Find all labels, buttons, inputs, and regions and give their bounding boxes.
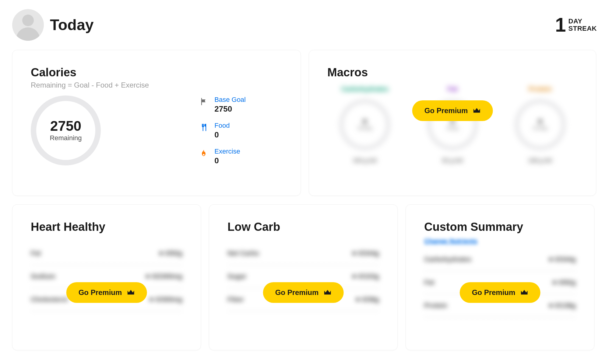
crown-icon [473,107,481,114]
macro-carbs-left: 344 g left [353,158,377,164]
calories-title: Calories [31,66,282,79]
nutrient-row: Net Carbs 0/344g [227,242,379,265]
nutrient-row: Fat 0/92g [31,242,182,265]
svg-point-0 [203,154,205,155]
macro-fat-left: 92 g left [442,158,463,164]
calories-ring: 2750 Remaining [31,95,101,165]
go-premium-button-custom[interactable]: Go Premium [460,282,540,303]
stat-base-goal: Base Goal 2750 [199,96,246,114]
macro-carbs: Carbohydrates 0/344g 344 g left [327,85,403,164]
avatar[interactable] [12,9,44,41]
header: Today 1 DAY STREAK [12,6,597,50]
streak-label-line1: DAY [569,18,597,25]
custom-summary-card: Custom Summary Change Nutrients Carbohyd… [406,204,594,350]
page-title: Today [50,16,94,34]
calories-card: Calories Remaining = Goal - Food + Exerc… [12,50,301,196]
stat-exercise-label: Exercise [214,147,240,155]
go-premium-button-macros[interactable]: Go Premium [412,100,493,121]
streak-number: 1 [555,15,566,35]
go-premium-label: Go Premium [275,288,319,297]
streak-indicator: 1 DAY STREAK [555,15,597,35]
macros-grid-blurred: Carbohydrates 0/344g 344 g left Fat 0/92… [327,85,578,164]
macro-protein-ring: 0/138g [515,99,566,150]
calories-remaining-value: 2750 [50,119,81,133]
macro-fat-title: Fat [448,85,458,93]
calories-subtitle: Remaining = Goal - Food + Exercise [31,81,282,89]
macro-carbs-title: Carbohydrates [341,85,389,93]
macro-protein-left: 138 g left [528,158,552,164]
macro-protein: Protein 0/138g 138 g left [502,85,578,164]
go-premium-button-heart[interactable]: Go Premium [66,282,147,303]
stat-exercise: Exercise 0 [199,147,246,165]
custom-summary-title: Custom Summary [424,220,576,234]
header-left: Today [12,9,94,41]
macro-protein-title: Protein [529,85,552,93]
flame-icon [199,149,208,158]
macros-title: Macros [327,66,578,79]
crown-icon [323,289,331,296]
fork-spoon-icon [199,123,208,132]
low-carb-title: Low Carb [227,220,379,234]
streak-label-line2: STREAK [569,25,597,32]
nutrient-row: Carbohydrates 0/344g [424,248,576,271]
heart-healthy-title: Heart Healthy [31,220,182,234]
macro-fat: Fat 0/92g 92 g left [415,85,490,164]
go-premium-button-lowcarb[interactable]: Go Premium [263,282,344,303]
stat-food-value: 0 [214,130,230,140]
top-row: Calories Remaining = Goal - Food + Exerc… [12,50,597,196]
calories-body: 2750 Remaining Base Goal 2750 [31,95,282,165]
stat-food-label: Food [214,122,230,130]
macro-carbs-ring: 0/344g [339,99,390,150]
crown-icon [520,289,528,296]
go-premium-label: Go Premium [424,106,468,115]
streak-label: DAY STREAK [569,18,597,32]
go-premium-label: Go Premium [472,288,516,297]
bottom-row: Heart Healthy Fat 0/92g Sodium 0/2300mg … [12,204,597,350]
go-premium-label: Go Premium [79,288,122,297]
stat-base-goal-value: 2750 [214,104,246,114]
flag-icon [199,97,208,106]
heart-healthy-card: Heart Healthy Fat 0/92g Sodium 0/2300mg … [12,204,201,350]
macros-card: Macros Carbohydrates 0/344g 344 g left F… [309,50,596,196]
stat-exercise-value: 0 [214,156,240,165]
low-carb-card: Low Carb Net Carbs 0/344g Sugar 0/103g F… [209,204,398,350]
calories-stats: Base Goal 2750 Food 0 [199,96,246,165]
crown-icon [127,289,135,296]
stat-base-goal-label: Base Goal [214,96,246,104]
calories-remaining-label: Remaining [50,134,82,142]
change-nutrients-link[interactable]: Change Nutrients [424,237,477,244]
stat-food: Food 0 [199,122,246,140]
